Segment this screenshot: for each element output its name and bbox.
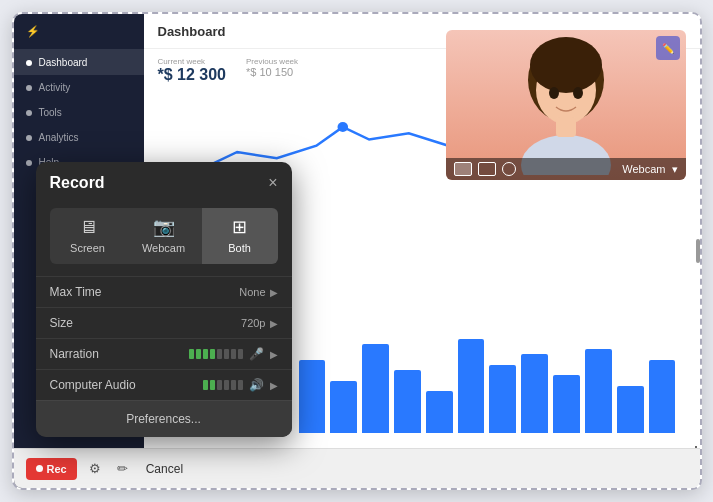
svg-point-3 [530, 37, 602, 93]
nav-dot-tools [26, 110, 32, 116]
person-silhouette [506, 35, 626, 175]
both-mode-label: Both [228, 242, 251, 254]
current-week-value: *$ 12 300 [158, 66, 227, 84]
main-container: ⚡ Dashboard Activity Tools Analytics Hel… [12, 12, 702, 490]
webcam-circle-shape-btn[interactable] [502, 162, 516, 176]
sidebar-label-analytics: Analytics [39, 132, 79, 143]
webcam-icon: 📷 [153, 218, 175, 236]
vol-seg-3 [203, 349, 208, 359]
vol-seg-5 [217, 349, 222, 359]
webcam-rect-shape-btn[interactable] [454, 162, 472, 176]
max-time-value: None [239, 286, 265, 298]
bar-9 [553, 375, 580, 433]
sidebar-item-activity[interactable]: Activity [14, 75, 144, 100]
edit-button[interactable]: ✏ [113, 457, 132, 480]
logo-text: ⚡ [26, 25, 40, 38]
webcam-mode-btn[interactable]: 📷 Webcam [126, 208, 202, 264]
nav-dot-dashboard [26, 60, 32, 66]
audio-seg-6 [238, 380, 243, 390]
bar-8 [521, 354, 548, 433]
bar-6 [458, 339, 485, 434]
nav-dot-analytics [26, 135, 32, 141]
narration-label: Narration [50, 347, 189, 361]
current-week-metric: Current week *$ 12 300 [158, 57, 227, 84]
vol-seg-4 [210, 349, 215, 359]
size-row: Size 720p ▶ [36, 307, 292, 338]
bar-2 [330, 381, 357, 434]
max-time-label: Max Time [50, 285, 240, 299]
svg-point-0 [337, 122, 348, 132]
rec-dot [36, 465, 43, 472]
bar-7 [489, 365, 516, 433]
size-chevron[interactable]: ▶ [270, 318, 278, 329]
sidebar-item-tools[interactable]: Tools [14, 100, 144, 125]
nav-dot-activity [26, 85, 32, 91]
audio-seg-5 [231, 380, 236, 390]
both-icon: ⊞ [232, 218, 247, 236]
rec-button[interactable]: Rec [26, 458, 77, 480]
preferences-button[interactable]: Preferences... [36, 400, 292, 437]
bar-chart-area [289, 318, 686, 438]
webcam-label: Webcam [622, 163, 665, 175]
both-mode-btn[interactable]: ⊞ Both [202, 208, 278, 264]
sidebar-label-tools: Tools [39, 107, 62, 118]
narration-mic-icon[interactable]: 🎤 [249, 347, 264, 361]
record-title-bar: Record × [36, 162, 292, 200]
max-time-row: Max Time None ▶ [36, 276, 292, 307]
bar-5 [426, 391, 453, 433]
svg-point-6 [549, 87, 559, 99]
audio-seg-1 [203, 380, 208, 390]
webcam-edit-button[interactable]: ✏️ [656, 36, 680, 60]
bar-3 [362, 344, 389, 433]
dashboard-title: Dashboard [158, 24, 226, 39]
computer-audio-speaker-icon[interactable]: 🔊 [249, 378, 264, 392]
previous-week-metric: Previous week *$ 10 150 [246, 57, 298, 84]
sidebar-label-dashboard: Dashboard [39, 57, 88, 68]
computer-audio-row: Computer Audio 🔊 ▶ [36, 369, 292, 400]
max-time-chevron[interactable]: ▶ [270, 287, 278, 298]
screen-mode-btn[interactable]: 🖥 Screen [50, 208, 126, 264]
cancel-button[interactable]: Cancel [140, 458, 189, 480]
bar-11 [617, 386, 644, 433]
vol-seg-8 [238, 349, 243, 359]
webcam-controls-bar: Webcam ▾ [446, 158, 686, 180]
computer-audio-chevron[interactable]: ▶ [270, 380, 278, 391]
audio-seg-4 [224, 380, 229, 390]
record-close-button[interactable]: × [268, 175, 277, 191]
audio-seg-3 [217, 380, 222, 390]
narration-row: Narration 🎤 ▶ [36, 338, 292, 369]
svg-rect-5 [556, 117, 576, 137]
rec-label: Rec [47, 463, 67, 475]
vol-seg-2 [196, 349, 201, 359]
bar-10 [585, 349, 612, 433]
vol-seg-7 [231, 349, 236, 359]
narration-volume-bar [189, 349, 243, 359]
record-mode-buttons: 🖥 Screen 📷 Webcam ⊞ Both [36, 200, 292, 276]
vol-seg-1 [189, 349, 194, 359]
narration-chevron[interactable]: ▶ [270, 349, 278, 360]
previous-week-value: *$ 10 150 [246, 66, 298, 78]
screen-mode-label: Screen [70, 242, 105, 254]
current-week-label: Current week [158, 57, 227, 66]
sidebar-item-analytics[interactable]: Analytics [14, 125, 144, 150]
sidebar-label-activity: Activity [39, 82, 71, 93]
webcam-mode-label: Webcam [142, 242, 185, 254]
webcam-rect2-shape-btn[interactable] [478, 162, 496, 176]
sidebar-item-dashboard[interactable]: Dashboard [14, 50, 144, 75]
record-dialog: Record × 🖥 Screen 📷 Webcam ⊞ Both Max Ti… [36, 162, 292, 437]
bottom-bar: Rec ⚙ ✏ Cancel [14, 448, 700, 488]
webcam-dropdown-btn[interactable]: ▾ [672, 163, 678, 176]
bar-1 [299, 360, 326, 434]
settings-button[interactable]: ⚙ [85, 457, 105, 480]
computer-audio-label: Computer Audio [50, 378, 203, 392]
nav-dot-help [26, 160, 32, 166]
size-label: Size [50, 316, 242, 330]
computer-audio-volume-bar [203, 380, 243, 390]
audio-seg-2 [210, 380, 215, 390]
previous-week-label: Previous week [246, 57, 298, 66]
screen-icon: 🖥 [79, 218, 97, 236]
record-title: Record [50, 174, 105, 192]
bar-12 [649, 360, 676, 434]
size-value: 720p [241, 317, 265, 329]
bar-4 [394, 370, 421, 433]
